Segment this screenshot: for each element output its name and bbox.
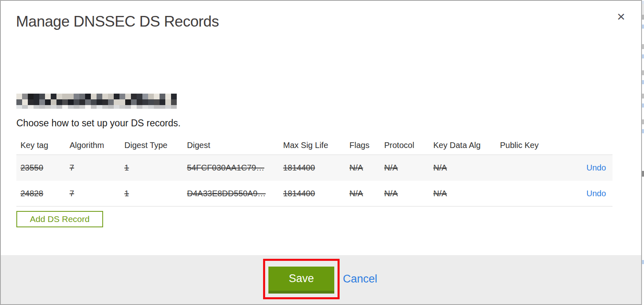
cell-protocol: N/A [384, 163, 433, 173]
save-button[interactable]: Save [268, 267, 334, 294]
column-header-protocol: Protocol [384, 141, 433, 150]
cancel-button[interactable]: Cancel [343, 273, 377, 285]
close-icon[interactable]: × [612, 7, 630, 25]
cell-algorithm: 7 [70, 189, 124, 198]
column-header-key-data-alg: Key Data Alg [433, 141, 500, 150]
cell-algorithm: 7 [70, 163, 124, 173]
cell-digest-type: 1 [124, 163, 187, 173]
cell-digest-type: 1 [124, 189, 187, 198]
column-header-public-key: Public Key [500, 141, 578, 150]
table-row: 23550 7 1 54FCF030AA1C79… 1814400 N/A N/… [16, 155, 612, 181]
cell-digest: D4A33E8DD550A9… [187, 189, 283, 198]
cell-protocol: N/A [384, 189, 433, 198]
ds-records-table: Key tag Algorithm Digest Type Digest Max… [16, 136, 612, 206]
column-header-flags: Flags [349, 141, 384, 150]
add-ds-record-button[interactable]: Add DS Record [16, 211, 103, 227]
column-header-digest-type: Digest Type [124, 141, 187, 150]
undo-link[interactable]: Undo [586, 163, 606, 172]
undo-link[interactable]: Undo [586, 189, 606, 198]
table-row: 24828 7 1 D4A33E8DD550A9… 1814400 N/A N/… [16, 181, 612, 206]
cell-key-tag: 24828 [16, 189, 70, 198]
column-header-digest: Digest [187, 141, 283, 150]
column-header-algorithm: Algorithm [70, 141, 124, 150]
subtitle-text: Choose how to set up your DS records. [16, 118, 180, 129]
page-title: Manage DNSSEC DS Records [16, 13, 219, 30]
cell-digest: 54FCF030AA1C79… [187, 163, 283, 173]
cell-flags: N/A [349, 189, 384, 198]
cell-max-sig-life: 1814400 [283, 163, 349, 173]
cell-key-data-alg: N/A [433, 189, 500, 198]
background-page-sliver [642, 0, 644, 305]
redacted-domain-name [16, 94, 177, 109]
cell-key-tag: 23550 [16, 163, 70, 173]
screenshot-root: Manage DNSSEC DS Records × Choose how to… [0, 0, 644, 305]
table-header-row: Key tag Algorithm Digest Type Digest Max… [16, 136, 612, 155]
column-header-key-tag: Key tag [16, 141, 70, 150]
cell-max-sig-life: 1814400 [283, 189, 349, 198]
column-header-max-sig-life: Max Sig Life [283, 141, 349, 150]
manage-dnssec-modal: Manage DNSSEC DS Records × Choose how to… [0, 0, 642, 305]
cell-flags: N/A [349, 163, 384, 173]
cell-key-data-alg: N/A [433, 163, 500, 173]
